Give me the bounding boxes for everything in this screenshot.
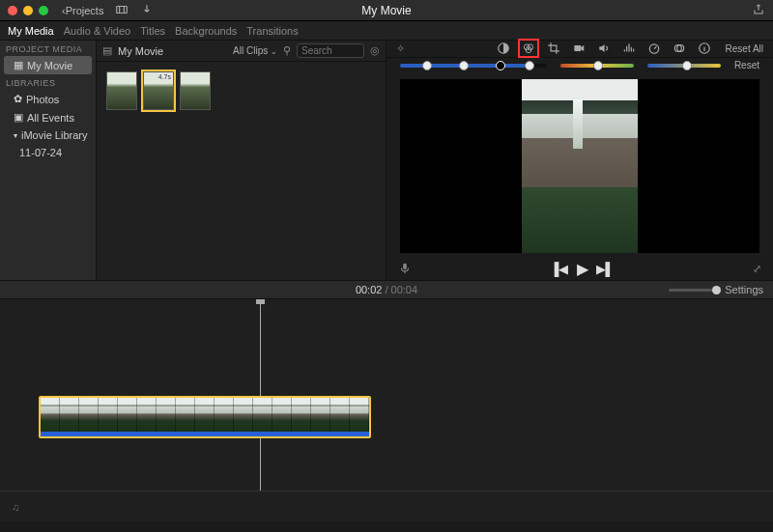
tab-transitions[interactable]: Transitions	[246, 25, 298, 37]
browser-tabs: My Media Audio & Video Titles Background…	[0, 21, 773, 41]
color-correction-icon[interactable]	[521, 42, 536, 55]
tab-backgrounds[interactable]: Backgrounds	[175, 25, 237, 37]
library-sidebar: PROJECT MEDIA ▦ My Movie LIBRARIES ✿ Pho…	[0, 41, 97, 280]
sidebar-item-project[interactable]: ▦ My Movie	[4, 56, 92, 74]
film-icon: ▦	[14, 59, 23, 71]
speed-icon[interactable]	[646, 42, 662, 55]
play-button[interactable]: ▶	[577, 260, 588, 278]
prev-frame-button[interactable]: ▐◀	[550, 262, 568, 276]
volume-icon[interactable]	[596, 42, 612, 55]
clip-duration-badge: 4.7s	[157, 73, 172, 80]
close-window-button[interactable]	[8, 6, 17, 15]
import-media-icon[interactable]	[115, 3, 129, 18]
back-to-projects-button[interactable]: ‹ Projects	[62, 5, 103, 16]
timecode-total: 00:04	[391, 284, 418, 295]
back-label: Projects	[66, 5, 104, 16]
crop-icon[interactable]	[546, 42, 561, 55]
music-icon: ♫	[12, 501, 19, 513]
svg-rect-0	[117, 6, 128, 13]
enhance-icon[interactable]: ✧	[396, 42, 405, 55]
zoom-slider[interactable]	[669, 289, 719, 292]
fullscreen-icon[interactable]: ⤢	[753, 263, 761, 275]
media-clip-3[interactable]	[180, 71, 211, 110]
sidebar-section-libraries: LIBRARIES	[0, 74, 96, 90]
svg-rect-10	[403, 264, 407, 269]
timecode-display: 00:02 / 00:04	[0, 284, 773, 295]
media-header: ▤ My Movie All Clips ⌄ ⚲ ◎	[97, 41, 386, 62]
sidebar-item-label: My Movie	[27, 60, 72, 71]
tab-titles[interactable]: Titles	[140, 25, 165, 37]
list-view-icon[interactable]: ▤	[102, 44, 112, 57]
tab-audio-video[interactable]: Audio & Video	[64, 25, 131, 37]
sidebar-item-label: All Events	[27, 112, 74, 124]
search-input[interactable]	[297, 43, 364, 58]
media-browser: ▤ My Movie All Clips ⌄ ⚲ ◎ 4.7s	[97, 41, 386, 280]
media-clip-2[interactable]: 4.7s	[143, 71, 174, 110]
timecode-current: 00:02	[356, 284, 383, 295]
sidebar-item-label: 11-07-24	[19, 147, 62, 158]
media-thumbnails: 4.7s	[97, 62, 386, 120]
preview-toolbar: ✧ Reset All	[386, 41, 773, 58]
noise-reduction-icon[interactable]	[621, 42, 637, 55]
share-icon[interactable]	[752, 3, 765, 18]
svg-point-6	[649, 44, 658, 53]
filter-icon[interactable]: ◎	[370, 44, 380, 57]
audio-track-row[interactable]: ♫	[0, 490, 773, 521]
next-frame-button[interactable]: ▶▌	[596, 262, 615, 276]
video-viewer[interactable]	[400, 79, 759, 253]
sidebar-item-library[interactable]: ▾ iMovie Library	[0, 126, 96, 144]
reset-button[interactable]: Reset	[734, 60, 759, 70]
timeline-clip[interactable]	[39, 396, 371, 438]
temperature-slider[interactable]	[647, 64, 721, 68]
color-sliders-row: Reset	[386, 58, 773, 73]
sidebar-item-photos[interactable]: ✿ Photos	[0, 90, 96, 108]
sidebar-item-label: iMovie Library	[21, 129, 87, 141]
saturation-slider[interactable]	[560, 64, 634, 68]
chevron-down-icon: ⌄	[271, 47, 277, 56]
timecode-bar: 00:02 / 00:04 Settings	[0, 280, 773, 299]
zoom-window-button[interactable]	[39, 6, 48, 15]
window-toolbar: ‹ Projects My Movie	[0, 0, 773, 21]
voiceover-icon[interactable]	[398, 262, 412, 277]
preview-pane: ✧ Reset All Reset ▐◀ ▶ ▶▌	[386, 41, 773, 280]
download-icon[interactable]	[140, 3, 154, 18]
timeline[interactable]: ♫	[0, 299, 773, 521]
tab-my-media[interactable]: My Media	[8, 25, 54, 37]
sidebar-item-label: Photos	[26, 94, 59, 105]
minimize-window-button[interactable]	[23, 6, 33, 15]
all-clips-dropdown[interactable]: All Clips ⌄	[233, 45, 277, 56]
reset-all-button[interactable]: Reset All	[726, 43, 763, 54]
playhead[interactable]	[260, 299, 261, 490]
media-title: My Movie	[118, 45, 163, 57]
sidebar-item-all-events[interactable]: ▣ All Events	[0, 108, 96, 126]
traffic-lights	[8, 6, 48, 15]
color-balance-icon[interactable]	[496, 42, 511, 55]
sidebar-item-library-event[interactable]: 11-07-24	[0, 144, 96, 161]
photos-icon: ✿	[14, 93, 22, 105]
media-clip-1[interactable]	[106, 71, 137, 110]
shadows-highlights-slider[interactable]	[400, 64, 547, 68]
events-icon: ▣	[14, 111, 23, 124]
stabilization-icon[interactable]	[571, 42, 587, 55]
svg-rect-5	[574, 45, 581, 51]
chevron-down-icon: ▾	[14, 131, 17, 140]
search-icon: ⚲	[283, 44, 291, 57]
timeline-settings-button[interactable]: Settings	[725, 284, 763, 295]
sidebar-section-project-media: PROJECT MEDIA	[0, 41, 96, 56]
info-icon[interactable]	[697, 42, 712, 55]
clip-filter-icon[interactable]	[672, 42, 687, 55]
video-frame	[522, 79, 638, 253]
viewer-footer: ▐◀ ▶ ▶▌ ⤢	[386, 259, 773, 280]
